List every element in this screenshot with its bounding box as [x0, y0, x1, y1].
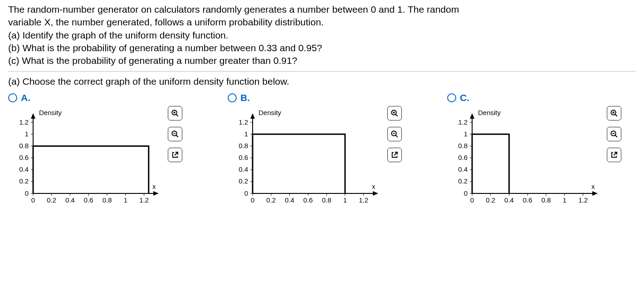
svg-text:0.8: 0.8 — [322, 196, 332, 204]
svg-text:0.4: 0.4 — [239, 165, 248, 173]
option-A: A. 0 — [8, 92, 199, 209]
option-label-B: B. — [240, 92, 250, 103]
zoom-out-button-A[interactable] — [168, 127, 182, 141]
svg-line-79 — [394, 152, 397, 155]
svg-text:0.2: 0.2 — [19, 177, 29, 185]
y-axis-label: Density — [259, 109, 282, 116]
svg-line-33 — [176, 115, 178, 117]
svg-text:1: 1 — [464, 130, 468, 138]
svg-marker-81 — [470, 113, 474, 119]
svg-text:0.2: 0.2 — [266, 196, 276, 204]
svg-text:1.2: 1.2 — [578, 196, 588, 204]
svg-text:0.4: 0.4 — [285, 196, 294, 204]
svg-text:0.8: 0.8 — [102, 196, 112, 204]
zoom-out-icon — [390, 130, 399, 138]
svg-text:1: 1 — [124, 196, 127, 204]
svg-text:0.2: 0.2 — [458, 177, 468, 185]
chart-B: 0 0.2 0.4 0.6 0.8 1 1.2 0 0.2 0.4 0.6 0.… — [228, 105, 382, 209]
svg-text:0.4: 0.4 — [458, 165, 468, 173]
svg-text:1.2: 1.2 — [359, 196, 368, 204]
svg-text:0.4: 0.4 — [504, 196, 514, 204]
svg-text:0.8: 0.8 — [542, 196, 551, 204]
question-intro-line1: The random-number generator on calculato… — [8, 4, 636, 15]
svg-text:0.8: 0.8 — [239, 142, 248, 149]
zoom-in-button-B[interactable] — [387, 106, 402, 120]
svg-text:1.2: 1.2 — [458, 118, 468, 126]
svg-line-113 — [615, 115, 617, 117]
question-part-a: (a) Identify the graph of the uniform de… — [8, 29, 636, 41]
svg-text:1.2: 1.2 — [139, 196, 149, 204]
svg-text:0.6: 0.6 — [84, 196, 93, 204]
svg-text:1.2: 1.2 — [19, 118, 29, 126]
svg-text:0.4: 0.4 — [19, 165, 29, 173]
options-row: A. 0 — [8, 92, 636, 209]
popout-button-A[interactable] — [168, 148, 182, 162]
option-label-C: C. — [460, 92, 469, 103]
svg-marker-83 — [592, 191, 598, 196]
svg-line-73 — [395, 115, 398, 117]
svg-text:1: 1 — [25, 130, 29, 138]
svg-text:0.2: 0.2 — [47, 196, 56, 204]
zoom-out-button-B[interactable] — [387, 127, 402, 141]
svg-text:0.6: 0.6 — [303, 196, 313, 204]
popout-icon — [171, 151, 179, 159]
zoom-in-icon — [171, 109, 179, 117]
radio-C[interactable] — [447, 93, 456, 102]
svg-marker-41 — [250, 113, 255, 119]
question-intro-line2: variable X, the number generated, follow… — [8, 16, 636, 28]
y-axis-label: Density — [478, 109, 501, 116]
zoom-in-button-C[interactable] — [607, 106, 621, 120]
x-axis-label: x — [372, 183, 376, 190]
svg-line-37 — [176, 135, 178, 138]
svg-text:0: 0 — [244, 189, 248, 197]
radio-A[interactable] — [8, 93, 17, 102]
svg-marker-3 — [153, 191, 159, 196]
x-axis-label: x — [591, 183, 595, 190]
svg-text:0.2: 0.2 — [239, 177, 248, 185]
svg-text:0.6: 0.6 — [19, 154, 29, 161]
svg-text:0.6: 0.6 — [523, 196, 532, 204]
question-part-b: (b) What is the probability of generatin… — [8, 42, 636, 54]
divider — [8, 71, 636, 72]
svg-text:0.8: 0.8 — [19, 142, 29, 149]
x-axis-label: x — [152, 183, 156, 190]
svg-line-119 — [614, 152, 617, 155]
popout-icon — [390, 151, 399, 159]
question-part-c: (c) What is the probability of generatin… — [8, 55, 636, 67]
popout-button-B[interactable] — [387, 148, 402, 162]
svg-text:0.8: 0.8 — [458, 142, 468, 149]
svg-line-117 — [615, 135, 617, 138]
chart-C: 0 0.2 0.4 0.6 0.8 1 1.2 0 0.2 0.4 0.6 0.… — [447, 105, 601, 209]
svg-text:0: 0 — [251, 196, 254, 204]
svg-text:0.4: 0.4 — [65, 196, 75, 204]
svg-text:0.6: 0.6 — [239, 154, 248, 161]
svg-text:1.2: 1.2 — [239, 118, 248, 126]
zoom-out-icon — [610, 130, 618, 138]
svg-line-77 — [395, 135, 398, 138]
svg-text:1: 1 — [343, 196, 347, 204]
svg-text:0: 0 — [25, 189, 29, 197]
zoom-in-icon — [610, 109, 618, 117]
svg-text:1: 1 — [244, 130, 248, 138]
svg-text:0: 0 — [464, 189, 468, 197]
svg-text:0: 0 — [31, 196, 35, 204]
popout-icon — [610, 151, 618, 159]
option-label-A: A. — [21, 92, 30, 103]
radio-B[interactable] — [228, 93, 237, 102]
svg-line-39 — [175, 152, 178, 155]
y-axis-label: Density — [39, 109, 62, 116]
option-B: B. 0 0.2 0.4 0.6 0.8 1 1.2 — [228, 92, 418, 209]
svg-text:0.2: 0.2 — [486, 196, 495, 204]
svg-marker-1 — [31, 113, 35, 119]
zoom-out-icon — [171, 130, 179, 138]
chart-A: 0 0.2 0.4 0.6 0.8 1 1.2 0 0.2 — [8, 105, 162, 209]
option-C: C. 0 0.2 0.4 0.6 0.8 1 1.2 — [447, 92, 638, 209]
subprompt-a: (a) Choose the correct graph of the unif… — [8, 76, 636, 87]
popout-button-C[interactable] — [607, 148, 621, 162]
zoom-in-button-A[interactable] — [168, 106, 182, 120]
zoom-out-button-C[interactable] — [607, 127, 621, 141]
svg-marker-43 — [373, 191, 378, 196]
svg-text:1: 1 — [563, 196, 566, 204]
svg-text:0: 0 — [470, 196, 474, 204]
question-text: The random-number generator on calculato… — [8, 4, 636, 67]
